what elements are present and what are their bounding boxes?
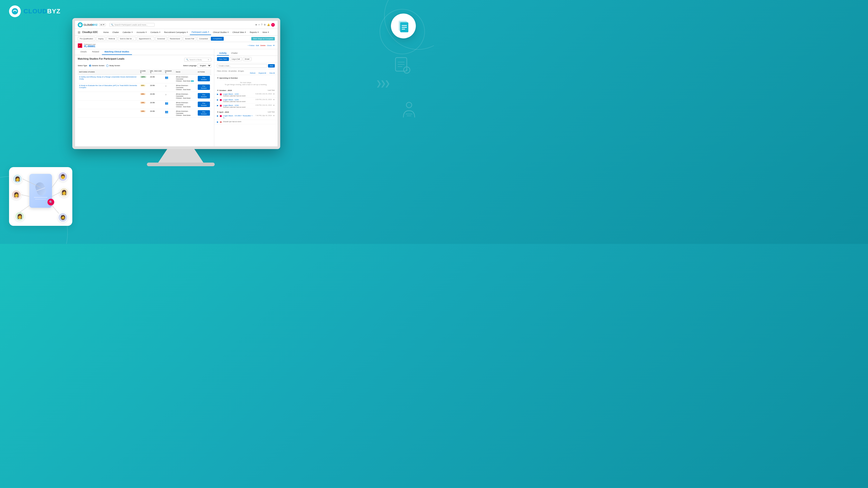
generic-screen-option[interactable]: Generic Screen [89,65,105,67]
study-link-2[interactable]: A Study to Evaluate the Use of Stavudine… [79,85,137,89]
expand-arrow-icon[interactable]: ▶ [217,115,219,117]
pre-screen-btn-2[interactable]: Pre Screen [198,85,210,90]
clear-search-icon[interactable]: ✕ [208,59,209,61]
score-badge-5: 10% [140,110,146,112]
activity-title-4[interactable]: Logan Black - VX-659 + Tezacaftor + Iv..… [223,115,254,119]
nav-recruitment[interactable]: Recruitment Campaigns ▼ [162,30,190,35]
svg-point-0 [12,8,18,14]
view-all-link[interactable]: View All [269,72,275,74]
nav-accounts[interactable]: Accounts ▼ [135,30,149,35]
clone-button[interactable]: Clone [267,44,272,46]
col-race: RACE [175,69,196,75]
stage-inquiry[interactable]: Inquiry [96,37,105,41]
stage-sent-to-site[interactable]: Sent to Site for ... [118,37,136,41]
tab-activity[interactable]: Activity [217,51,229,56]
generic-radio[interactable] [89,65,91,67]
expand-arrow-icon[interactable]: ▶ [217,99,219,101]
activity-dropdown-icon[interactable]: ▼ [273,104,275,106]
study-screen-option[interactable]: Study Screen [106,65,120,67]
follow-button[interactable]: + Follow [248,44,254,46]
expand-arrow-icon[interactable]: ▶ [217,121,219,123]
tab-details[interactable]: Details [78,49,90,55]
more-actions-icon[interactable]: ▼ [273,44,275,46]
generic-label: Generic Screen [92,65,105,67]
activity-dot-icon [220,94,222,95]
stage-screened[interactable]: Screened [155,37,167,41]
stage-referral[interactable]: Referral [106,37,117,41]
activity-dropdown-icon[interactable]: ▼ [273,115,275,117]
refresh-link[interactable]: Refresh [250,72,256,74]
settings-icon[interactable]: ⚙ [264,24,266,26]
activity-dropdown-icon[interactable]: ▼ [273,93,275,95]
score-badge-4: 10% [140,102,146,104]
expand-arrow-icon[interactable]: ▶ [217,104,219,106]
plus-icon[interactable]: + [258,24,260,26]
tab-chatter[interactable]: Chatter [229,51,240,56]
activity-content: Logan Black - 1234 Gulshan Lakeman had a… [223,99,254,102]
activity-title-2[interactable]: Logan Black - 1234 [223,99,254,101]
language-select: Select Language English [183,64,211,67]
global-search[interactable]: 🔍 Search Participant Leads and more... [110,23,155,27]
apps-icon[interactable]: ⊞ [78,31,81,34]
study-link-1[interactable]: A Safety and Efficacy Study of a Range L… [79,76,136,80]
stage-consented[interactable]: Consented [197,37,210,41]
pre-screen-btn-5[interactable]: Pre Screen [198,110,210,116]
activity-title-1[interactable]: Logan Black - 1234 [223,93,254,95]
mark-stage-complete-button[interactable]: Mark Stage as Complete [251,37,275,40]
app-name: Cloudbyz EDC [82,31,98,33]
activity-sub-1: Gulshan Lakeman had an event [223,95,254,97]
edit-button[interactable]: Edit [256,44,259,46]
nav-more[interactable]: More ▼ [261,30,271,35]
notification-icon[interactable]: 🔔 [267,24,270,26]
expand-all-link[interactable]: Expand All [259,72,266,74]
nav-calendar[interactable]: Calendar ▼ [121,30,134,35]
nav-chatter[interactable]: Chatter [111,30,121,35]
illustration-card: 🔍 👩 👨 👩 👩 👩 🧔 [9,167,72,226]
tab-related[interactable]: Related [90,49,102,55]
activity-dropdown-icon[interactable]: ▼ [273,99,275,101]
stage-appointment[interactable]: Appointment S... [137,37,154,41]
stage-completed[interactable]: Completed [211,37,224,41]
nav-participant-leads[interactable]: Participant Leads ▼ [190,30,211,35]
expand-arrow-icon[interactable]: ▶ [217,93,219,95]
logo-icon [9,5,21,17]
record-type-label: Participant Lead [84,43,96,45]
task-input[interactable] [217,64,267,68]
help-icon[interactable]: ? [261,24,262,26]
nav-clinical-sites[interactable]: Clinical Sites ▼ [231,30,248,35]
language-dropdown[interactable]: English [197,64,211,67]
monitor: CLOUDBYZ All ▼ 🔍 Search Participant Lead… [72,18,289,176]
tab-matching-studies[interactable]: Matching Clinical Studies [102,49,132,55]
record-actions: + Follow Edit Delete Clone ▼ [248,44,275,46]
activity-item: ▶ Logan Black - 1234 Gulshan Lakeman had… [214,92,278,98]
table-row: A Study to Evaluate the Use of Stavudine… [78,83,211,92]
nav-reports[interactable]: Reports ▼ [248,30,260,35]
activity-content: Logan Black - VX-659 + Tezacaftor + Iv..… [223,115,254,119]
add-task-button[interactable]: Add [268,64,275,67]
age-range-3: 23-56 [149,92,164,100]
user-avatar[interactable]: U [271,23,275,27]
nav-clinical-studies[interactable]: Clinical Studies ▼ [211,30,230,35]
log-call-button[interactable]: Log a Call [230,57,242,61]
pre-screen-btn-3[interactable]: Pre Screen [198,93,210,98]
pre-screen-btn-1[interactable]: Pre Screen [198,76,210,81]
stage-screen-fail[interactable]: Screen Fail [183,37,196,41]
delete-button[interactable]: Delete [260,44,266,46]
all-dropdown[interactable]: All ▼ [99,23,106,26]
floating-action-icon[interactable] [391,13,416,38]
left-panel: Details Related Matching Clinical Studie… [75,49,214,146]
pre-screen-btn-4[interactable]: Pre Screen [198,102,210,107]
activity-sub-5: Sharath Iyer had an event [223,121,275,122]
star-icon[interactable]: ★ [255,24,257,26]
nav-contacts[interactable]: Contacts ▼ [149,30,162,35]
email-button[interactable]: Email [243,57,251,61]
stage-prequalification[interactable]: Pre-Qualification [78,37,95,41]
activity-title-3[interactable]: Logan Black - 1234 [223,104,254,106]
nav-home[interactable]: Home [101,30,111,35]
study-radio[interactable] [106,65,108,67]
new-task-button[interactable]: New Task [217,57,229,61]
gender-3: ♀ [164,92,175,100]
search-studies-input[interactable]: 🔍 Search a Study ✕ [184,58,211,62]
stage-randomized[interactable]: Randomized [168,37,182,41]
monitor-screen: CLOUDBYZ All ▼ 🔍 Search Participant Lead… [72,18,280,149]
